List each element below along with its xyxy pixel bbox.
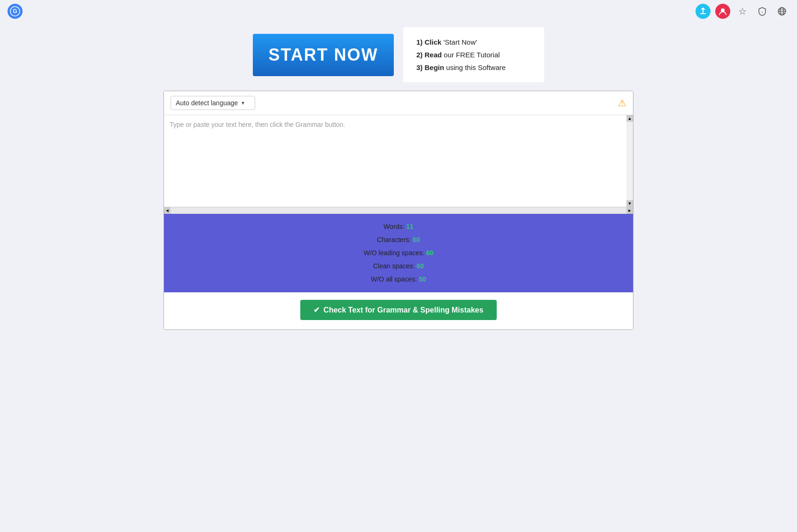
stat-wo-leading-spaces: W/O leading spaces: 60 xyxy=(164,246,633,259)
editor-toolbar: Auto detect language ▾ ⚠ xyxy=(164,91,633,115)
editor-container: Auto detect language ▾ ⚠ ▲ ▼ ◄ ► xyxy=(164,91,633,330)
banner-section: START NOW 1) Click 'Start Now' 2) Read o… xyxy=(253,27,544,82)
instruction-2-text: our FREE Tutorial xyxy=(442,51,500,59)
app-logo: G xyxy=(8,4,23,19)
upload-button[interactable] xyxy=(695,4,711,19)
stat-wo-all-spaces: W/O all spaces: 50 xyxy=(164,273,633,286)
warning-icon: ⚠ xyxy=(618,97,626,109)
checkmark-icon: ✔ xyxy=(313,305,320,314)
clean-spaces-label: Clean spaces: xyxy=(373,262,415,270)
topbar: G ☆ i xyxy=(0,0,797,23)
instruction-3-step: 3) Begin xyxy=(416,63,444,71)
instruction-2: 2) Read our FREE Tutorial xyxy=(416,48,531,61)
scroll-left-arrow[interactable]: ◄ xyxy=(164,207,171,214)
scroll-track-horizontal[interactable] xyxy=(171,207,626,214)
star-button[interactable]: ☆ xyxy=(735,4,750,19)
dropdown-arrow-icon: ▾ xyxy=(242,100,244,106)
words-value: 11 xyxy=(406,223,414,230)
wo-all-spaces-label: W/O all spaces: xyxy=(371,275,417,283)
main-content: START NOW 1) Click 'Start Now' 2) Read o… xyxy=(0,23,797,330)
scroll-bar-bottom[interactable]: ◄ ► xyxy=(164,207,633,213)
instruction-1-step: 1) Click xyxy=(416,38,441,46)
words-label: Words: xyxy=(383,223,404,230)
topbar-right: ☆ i xyxy=(695,4,789,19)
stat-characters: Characters: 60 xyxy=(164,233,633,246)
scroll-bar-right[interactable]: ▲ ▼ xyxy=(626,115,633,207)
svg-text:G: G xyxy=(13,8,17,15)
shield-button[interactable]: i xyxy=(755,4,770,19)
stats-bar: Words: 11 Characters: 60 W/O leading spa… xyxy=(164,213,633,292)
topbar-left: G xyxy=(8,4,23,19)
characters-value: 60 xyxy=(413,236,420,243)
instruction-1: 1) Click 'Start Now' xyxy=(416,36,531,48)
scroll-down-arrow[interactable]: ▼ xyxy=(626,200,633,207)
text-input[interactable] xyxy=(164,115,626,207)
instructions-box: 1) Click 'Start Now' 2) Read our FREE Tu… xyxy=(403,27,544,82)
wo-all-spaces-value: 50 xyxy=(419,275,426,283)
characters-label: Characters: xyxy=(377,236,411,243)
globe-button[interactable] xyxy=(774,4,789,19)
user-button[interactable] xyxy=(715,4,730,19)
check-button-label: Check Text for Grammar & Spelling Mistak… xyxy=(323,306,483,314)
start-now-button[interactable]: START NOW xyxy=(253,34,394,76)
check-grammar-button[interactable]: ✔ Check Text for Grammar & Spelling Mist… xyxy=(300,300,496,320)
wo-leading-spaces-value: 60 xyxy=(426,249,434,257)
instruction-1-text: 'Start Now' xyxy=(441,38,477,46)
clean-spaces-value: 60 xyxy=(417,262,424,270)
language-label: Auto detect language xyxy=(176,99,238,107)
instruction-3: 3) Begin using this Software xyxy=(416,61,531,74)
scroll-right-arrow[interactable]: ► xyxy=(626,207,633,214)
wo-leading-spaces-label: W/O leading spaces: xyxy=(364,249,424,257)
text-area-wrapper: ▲ ▼ ◄ ► xyxy=(164,115,633,213)
svg-text:i: i xyxy=(762,10,763,14)
stat-words: Words: 11 xyxy=(164,220,633,233)
stat-clean-spaces: Clean spaces: 60 xyxy=(164,259,633,273)
language-selector[interactable]: Auto detect language ▾ xyxy=(171,96,255,110)
instruction-2-step: 2) Read xyxy=(416,51,442,59)
check-btn-wrapper: ✔ Check Text for Grammar & Spelling Mist… xyxy=(164,292,633,329)
instruction-3-text: using this Software xyxy=(444,63,506,71)
svg-rect-2 xyxy=(700,13,706,14)
scroll-up-arrow[interactable]: ▲ xyxy=(626,115,633,122)
